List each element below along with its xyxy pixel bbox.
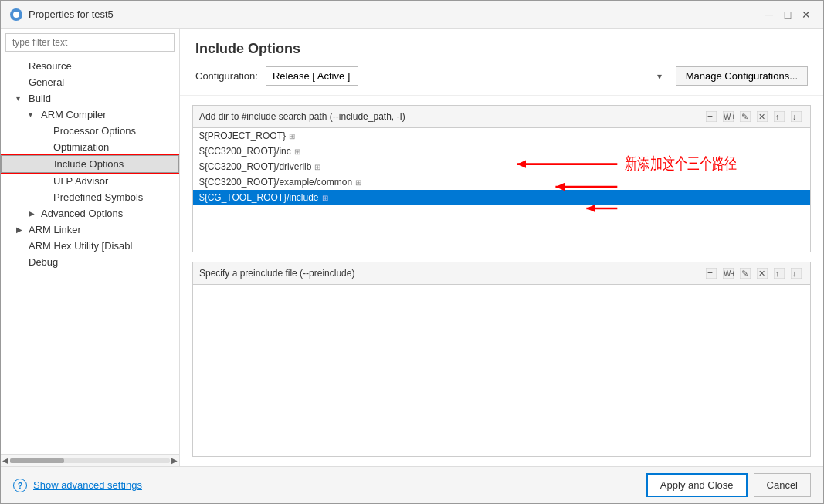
include-item-selected[interactable]: ${CG_TOOL_ROOT}/include ⊞ (193, 190, 810, 205)
svg-text:↑: ↑ (775, 112, 780, 121)
sidebar-item-include-options[interactable]: Include Options (1, 155, 179, 173)
config-select[interactable]: Release [ Active ] (266, 66, 358, 86)
include-item-text: ${CG_TOOL_ROOT}/include (199, 192, 319, 203)
sidebar-item-arm-compiler[interactable]: ▾ ARM Compiler (1, 107, 179, 123)
include-list: ${PROJECT_ROOT} ⊞ ${CC3200_ROOT}/inc ⊞ $… (193, 128, 810, 252)
sidebar-item-label: Processor Options (53, 125, 136, 137)
title-controls: ─ □ ✕ (761, 7, 814, 22)
window-icon (10, 8, 22, 21)
sidebar-scrollbar: ◀ ▶ (1, 454, 179, 466)
svg-text:✕: ✕ (758, 112, 765, 121)
move-down-button[interactable]: ↓ (788, 109, 804, 124)
svg-text:W+: W+ (724, 113, 734, 121)
sidebar-item-arm-hex-utility[interactable]: ARM Hex Utility [Disabl (1, 238, 179, 254)
item-icon: ⊞ (355, 178, 361, 187)
sidebar-item-label: Build (29, 93, 51, 104)
show-advanced-settings-link[interactable]: Show advanced settings (33, 479, 142, 491)
section-title: Add dir to #include search path (--inclu… (199, 111, 405, 122)
sidebar-item-advanced-options[interactable]: ▶ Advanced Options (1, 205, 179, 222)
sidebar-item-build[interactable]: ▾ Build (1, 90, 179, 107)
edit-preinclude-button[interactable]: ✎ (738, 266, 753, 281)
svg-point-0 (13, 12, 19, 18)
sidebar-item-debug[interactable]: Debug (1, 254, 179, 270)
edit-include-button[interactable]: ✎ (738, 109, 753, 124)
include-item[interactable]: ${PROJECT_ROOT} ⊞ (193, 128, 810, 144)
item-icon: ⊞ (289, 132, 295, 140)
sidebar-item-ulp-advisor[interactable]: ULP Advisor (1, 173, 179, 189)
include-item[interactable]: ${CC3200_ROOT}/driverlib ⊞ (193, 159, 810, 174)
svg-text:W+: W+ (724, 269, 734, 278)
move-preinclude-up-button[interactable]: ↑ (771, 266, 787, 281)
preinclude-body (193, 285, 810, 456)
scroll-left-icon[interactable]: ◀ (2, 456, 8, 465)
add-preinclude-workspace-button[interactable]: W+ (721, 266, 736, 281)
add-include-button[interactable]: + (704, 109, 719, 124)
svg-text:↓: ↓ (792, 112, 797, 121)
svg-text:✎: ✎ (741, 269, 748, 278)
add-from-workspace-button[interactable]: W+ (721, 109, 736, 124)
help-icon[interactable]: ? (13, 479, 27, 492)
item-icon: ⊞ (314, 163, 320, 171)
cancel-button[interactable]: Cancel (754, 473, 811, 497)
collapse-chevron-icon: ▶ (16, 225, 25, 234)
sidebar-item-label: ARM Compiler (41, 109, 107, 120)
sidebar-item-arm-linker[interactable]: ▶ ARM Linker (1, 222, 179, 238)
include-item-text: ${CC3200_ROOT}/inc (199, 146, 291, 157)
section-header: Add dir to #include search path (--inclu… (193, 106, 810, 128)
add-preinclude-button[interactable]: + (704, 266, 719, 281)
include-item[interactable]: ${CC3200_ROOT}/example/common ⊞ (193, 174, 810, 190)
delete-preinclude-button[interactable]: ✕ (754, 266, 770, 281)
include-item-text: ${PROJECT_ROOT} (199, 130, 286, 141)
panel-title: Include Options (195, 41, 808, 57)
include-item-text: ${CC3200_ROOT}/example/common (199, 177, 352, 188)
apply-and-close-button[interactable]: Apply and Close (646, 473, 748, 497)
expand-chevron-icon: ▾ (29, 110, 38, 119)
move-preinclude-down-button[interactable]: ↓ (788, 266, 804, 281)
config-row: Configuration: Release [ Active ] Manage… (195, 66, 808, 86)
svg-text:↓: ↓ (792, 269, 797, 278)
delete-include-button[interactable]: ✕ (754, 109, 770, 124)
sidebar-item-label: Debug (29, 256, 58, 268)
scroll-right-icon[interactable]: ▶ (171, 456, 178, 465)
horizontal-scrollbar (10, 458, 170, 463)
right-panel: Include Options Configuration: Release [… (180, 29, 823, 466)
bottom-right: Apply and Close Cancel (646, 473, 811, 497)
config-select-wrapper: Release [ Active ] (266, 66, 668, 86)
sidebar-item-resource[interactable]: Resource (1, 58, 179, 74)
sidebar-item-optimization[interactable]: Optimization (1, 139, 179, 155)
sidebar-item-processor-options[interactable]: Processor Options (1, 123, 179, 139)
help-icon-text: ? (18, 481, 23, 490)
filter-input[interactable] (5, 33, 175, 52)
include-list-container: ${PROJECT_ROOT} ⊞ ${CC3200_ROOT}/inc ⊞ $… (193, 128, 810, 252)
sidebar-item-label: General (29, 76, 64, 88)
section-toolbar: + W+ ✎ ✕ ↑ (704, 109, 804, 124)
collapse-chevron-icon: ▶ (29, 209, 38, 218)
sidebar-item-label: Advanced Options (41, 208, 123, 219)
include-item[interactable]: ${CC3200_ROOT}/inc ⊞ (193, 144, 810, 159)
scroll-thumb[interactable] (10, 458, 64, 463)
include-item-text: ${CC3200_ROOT}/driverlib (199, 161, 311, 172)
sidebar-item-label: Include Options (54, 158, 124, 170)
main-window: Properties for test5 ─ □ ✕ Resource Gene… (0, 0, 824, 504)
move-up-button[interactable]: ↑ (771, 109, 787, 124)
svg-text:+: + (707, 268, 713, 279)
sidebar-item-label: Predefined Symbols (53, 191, 143, 203)
title-bar-left: Properties for test5 (10, 8, 114, 21)
sidebar-item-label: Resource (29, 60, 72, 72)
include-path-section: Add dir to #include search path (--inclu… (192, 105, 811, 252)
svg-text:↑: ↑ (775, 269, 780, 278)
sidebar-item-predefined-symbols[interactable]: Predefined Symbols (1, 189, 179, 205)
close-button[interactable]: ✕ (799, 7, 814, 22)
manage-configurations-button[interactable]: Manage Configurations... (676, 66, 808, 86)
preinclude-section-header: Specify a preinclude file (--preinclude)… (193, 262, 810, 285)
title-bar: Properties for test5 ─ □ ✕ (1, 1, 823, 29)
item-icon: ⊞ (294, 147, 300, 156)
minimize-button[interactable]: ─ (761, 7, 777, 22)
tree: Resource General ▾ Build ▾ ARM Compiler (1, 56, 179, 454)
item-icon: ⊞ (322, 194, 328, 202)
sidebar-item-general[interactable]: General (1, 74, 179, 90)
maximize-button[interactable]: □ (780, 7, 795, 22)
panel-body: Add dir to #include search path (--inclu… (180, 96, 823, 466)
preinclude-toolbar: + W+ ✎ ✕ ↑ (704, 266, 804, 281)
svg-text:✕: ✕ (758, 269, 765, 278)
